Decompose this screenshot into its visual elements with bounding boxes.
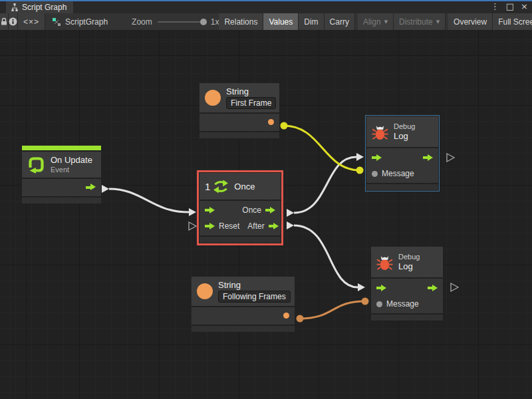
- node-subtitle: Event: [51, 166, 92, 174]
- node-string-following-frames[interactable]: String Following Frames: [192, 277, 295, 332]
- string-output-port[interactable]: [283, 313, 289, 319]
- event-accent-bar: [22, 146, 101, 150]
- zoom-slider-knob[interactable]: [200, 19, 207, 25]
- port-label-message: Message: [382, 169, 414, 178]
- lock-icon: [0, 17, 8, 26]
- title-bar: Script Graph ⋮ □ ×: [0, 0, 532, 13]
- node-title: String: [226, 86, 276, 97]
- port-label-reset: Reset: [219, 221, 239, 231]
- node-on-update[interactable]: On Update Event: [22, 146, 101, 203]
- fullscreen-button[interactable]: Full Screen: [493, 13, 532, 30]
- node-title: Log: [394, 131, 415, 142]
- string-output-port[interactable]: [268, 119, 274, 125]
- node-footer: [22, 198, 101, 203]
- values-button[interactable]: Values: [263, 13, 299, 30]
- node-string-first-frame[interactable]: String First Frame: [200, 83, 279, 138]
- message-input-port[interactable]: [376, 301, 382, 307]
- port-label-message: Message: [386, 299, 419, 309]
- once-cycle-icon: [213, 179, 229, 194]
- string-value-field[interactable]: First Frame: [226, 97, 276, 109]
- node-title: On Update: [51, 155, 92, 166]
- zoom-label: Zoom: [132, 17, 152, 27]
- node-title: String: [218, 280, 291, 291]
- string-value-field[interactable]: Following Frames: [218, 291, 291, 303]
- zoom-value: 1x: [211, 17, 219, 27]
- distribute-label: Distribute: [399, 17, 433, 27]
- focus-indicator-line: [0, 0, 532, 1]
- bug-icon: [372, 124, 388, 140]
- string-type-icon: [205, 90, 221, 106]
- node-title: Once: [234, 182, 255, 192]
- message-input-port[interactable]: [372, 171, 378, 177]
- node-footer: [192, 326, 295, 332]
- reset-input-port[interactable]: [205, 223, 215, 230]
- after-output-port[interactable]: [269, 223, 279, 230]
- node-category: Debug: [398, 253, 420, 261]
- align-dropdown[interactable]: Align ▼: [358, 13, 394, 30]
- graph-breadcrumb[interactable]: ScriptGraph: [45, 13, 114, 30]
- node-category: Debug: [394, 122, 415, 131]
- maximize-icon[interactable]: □: [506, 1, 514, 11]
- info-icon: [9, 17, 17, 26]
- flow-output-port[interactable]: [423, 154, 433, 162]
- node-footer: [200, 132, 279, 138]
- port-label-once: Once: [242, 205, 261, 215]
- node-title: Log: [398, 261, 420, 272]
- node-footer: [366, 184, 438, 190]
- dim-button[interactable]: Dim: [299, 13, 324, 30]
- chevron-down-icon: ▼: [436, 19, 440, 25]
- port-label-after: After: [247, 221, 264, 231]
- info-button[interactable]: [9, 13, 18, 30]
- close-icon[interactable]: ×: [521, 1, 528, 11]
- flow-input-port[interactable]: [372, 154, 382, 162]
- chevron-down-icon: ▼: [384, 19, 388, 25]
- string-type-icon: [197, 283, 213, 299]
- script-graph-window: Script Graph ⋮ □ × <×>: [0, 0, 532, 399]
- flow-output-port[interactable]: [428, 285, 438, 292]
- node-debug-log-bottom[interactable]: Debug Log Message: [371, 247, 443, 321]
- once-output-port[interactable]: [265, 207, 275, 214]
- distribute-dropdown[interactable]: Distribute ▼: [394, 13, 446, 30]
- code-preview-button[interactable]: <×>: [18, 13, 45, 30]
- graph-name: ScriptGraph: [65, 17, 108, 27]
- graph-toolbar: <×> ScriptGraph Zoom 1x Relations Values…: [0, 13, 532, 31]
- lock-button[interactable]: [0, 13, 9, 30]
- graph-hierarchy-icon: [11, 3, 19, 11]
- zoom-control: Zoom 1x: [132, 13, 219, 30]
- tab-title: Script Graph: [22, 3, 66, 12]
- bug-icon: [376, 254, 393, 271]
- carry-button[interactable]: Carry: [325, 13, 355, 30]
- toolbar-right-buttons: Relations Values Dim Carry Align ▼ Distr…: [219, 13, 532, 30]
- overview-button[interactable]: Overview: [448, 13, 493, 30]
- flow-output-port[interactable]: [86, 184, 96, 191]
- once-count: 1: [205, 181, 210, 192]
- flow-input-port[interactable]: [376, 285, 386, 292]
- script-graph-asset-icon: [52, 17, 61, 27]
- window-menu-icon[interactable]: ⋮: [491, 1, 499, 11]
- code-icon: <×>: [23, 17, 39, 27]
- node-footer: [371, 315, 443, 321]
- tab-script-graph[interactable]: Script Graph: [6, 1, 73, 13]
- relations-button[interactable]: Relations: [219, 13, 263, 30]
- graph-canvas[interactable]: String First Frame On Update Event: [0, 30, 532, 399]
- zoom-slider[interactable]: [158, 21, 205, 23]
- align-label: Align: [363, 17, 381, 27]
- node-once[interactable]: 1 Once Once Reset: [200, 173, 281, 243]
- node-footer: [200, 237, 281, 243]
- on-update-loop-icon: [27, 156, 45, 174]
- once-enter-port[interactable]: [205, 207, 215, 214]
- node-debug-log-top[interactable]: Debug Log Message: [366, 116, 438, 190]
